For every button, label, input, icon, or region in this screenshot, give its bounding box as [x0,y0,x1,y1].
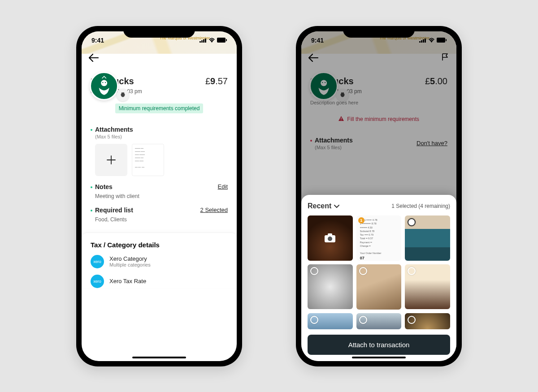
svg-rect-23 [328,233,332,236]
selection-indicator-icon [310,316,318,324]
requirements-complete-banner: Minimum requirements completed [115,103,204,113]
merchant-logo [90,72,118,100]
edit-notes-link[interactable]: Edit [218,183,228,190]
svg-rect-2 [203,39,204,43]
chevron-down-icon [334,202,339,210]
photo-picker-sheet: Recent 1 Selected (4 remaining) 1 Qty 1 … [301,195,456,361]
xero-category-sub: Multiple categories [109,262,151,267]
status-icons [200,37,227,44]
svg-point-9 [105,82,106,83]
svg-point-8 [102,82,103,83]
required-list-selected-link[interactable]: 2 Selected [200,207,228,213]
xero-tax-rate-label: Xero Tax Rate [109,278,146,284]
xero-icon: xero [91,275,104,288]
attachment-thumbnail[interactable]: ━━━━ ━━━━━━ ━━━━━━ ━━━━━━━━ ━━━━━ ━━━━━ … [132,144,164,176]
tax-details-card: Tax / Category details xero Xero Categor… [82,233,237,288]
photo-thumbnail[interactable] [308,313,353,329]
required-list-title: Required list [91,207,133,214]
selection-indicator-icon [408,267,416,275]
selection-indicator-icon [408,316,416,324]
home-indicator[interactable] [132,357,186,358]
sheet-selection-count: 1 Selected (4 remaining) [391,203,450,209]
attachments-title: Attachments [91,126,133,133]
photo-thumbnail[interactable] [356,313,402,329]
photo-thumbnail[interactable] [405,264,450,310]
svg-point-7 [101,80,107,86]
notes-section: Notes Edit Meeting with client [91,183,228,199]
photo-thumbnail[interactable] [308,264,353,310]
photo-grid: 1 Qty 1 ━━━ 4.781 ━━━━━ 8.78━━━━ 4.50Sub… [308,215,450,329]
add-attachment-button[interactable] [95,144,127,176]
signal-icon [200,37,207,44]
xero-tax-rate-row[interactable]: xero Xero Tax Rate [91,275,228,288]
selection-indicator-icon [359,316,367,324]
svg-rect-0 [200,41,201,43]
notes-title: Notes [91,183,113,190]
photo-thumbnail[interactable]: 1 Qty 1 ━━━ 4.781 ━━━━━ 8.78━━━━ 4.50Sub… [356,215,402,261]
svg-rect-4 [217,38,226,43]
selection-indicator-icon [408,218,416,226]
svg-rect-3 [205,39,206,43]
screen: 9:41 The Marquis of Westminster [301,31,456,361]
home-indicator[interactable] [352,357,406,358]
notch [343,26,415,38]
photo-thumbnail[interactable] [356,264,402,310]
attachments-hint: (Max 5 files) [91,134,133,139]
photo-thumbnail[interactable] [405,215,450,261]
plus-icon [106,155,116,165]
screen: 9:41 The Marquis of Westminster easyHote… [82,31,237,361]
merchant-logo-wrap [90,72,118,100]
required-list-section: Required list 2 Selected Food, Clients [91,207,228,223]
xero-category-label: Xero Category [109,255,151,262]
sheet-album-selector[interactable]: Recent [308,202,339,210]
notch [123,26,195,38]
svg-rect-5 [226,39,227,41]
wifi-icon [208,37,215,44]
required-list-body: Food, Clients [91,216,228,223]
xero-category-row[interactable]: xero Xero Category Multiple categories [91,255,228,268]
phone-mock-2: 9:41 The Marquis of Westminster [296,26,462,366]
attachments-section: Attachments (Max 5 files) ━━━━ ━━━━━━ ━━… [91,126,228,176]
camera-tile[interactable] [308,215,353,261]
battery-icon [217,37,227,44]
transaction-amount: £9.57 [205,76,228,86]
camera-icon [308,215,353,261]
notes-body: Meeting with client [91,193,228,199]
category-bubble-icon [117,89,129,101]
svg-rect-1 [201,40,203,43]
svg-point-24 [328,237,332,241]
selection-indicator-icon [359,267,367,275]
xero-icon: xero [91,255,104,268]
photo-thumbnail[interactable] [405,313,450,329]
phone-mock-1: 9:41 The Marquis of Westminster easyHote… [76,26,242,366]
attach-to-transaction-button[interactable]: Attach to transaction [308,335,450,355]
tax-details-heading: Tax / Category details [91,241,228,249]
back-arrow-icon[interactable] [89,53,99,65]
status-time: 9:41 [91,37,104,44]
selection-indicator-icon [310,267,318,275]
